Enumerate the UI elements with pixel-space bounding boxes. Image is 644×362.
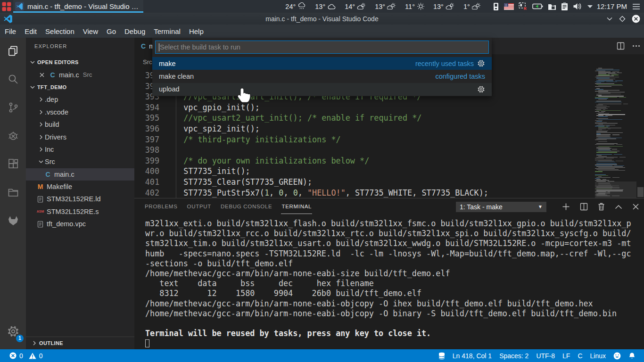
status-linux[interactable]: Linux (586, 352, 610, 360)
status-smiley[interactable] (610, 352, 625, 360)
tray-icon[interactable] (573, 2, 582, 10)
quickpick-item-label: make clean (159, 73, 194, 80)
quickpick-item-upload[interactable]: upload (152, 83, 492, 96)
quickpick-group-link[interactable]: recently used tasks (415, 60, 474, 67)
section-header-open-editors[interactable]: OPEN EDITORS (26, 56, 134, 68)
tree-folder--vscode[interactable]: .vscode (26, 106, 134, 118)
panel-tab[interactable]: TERMINAL (281, 204, 312, 210)
status-spaces-2[interactable]: Spaces: 2 (495, 352, 532, 360)
line-number: 397 (134, 134, 159, 145)
settings-gear-icon[interactable]: 1 (0, 322, 26, 341)
status-bell[interactable] (625, 352, 639, 360)
outline-section-header[interactable]: OUTLINE (26, 337, 134, 349)
tree-folder-drivers[interactable]: Drivers (26, 131, 134, 143)
weather-widget[interactable]: 24° 13° 14° 13° (277, 2, 481, 10)
status-database[interactable] (435, 352, 449, 360)
breadcrumb-src[interactable]: Src (143, 58, 152, 66)
panel-tab[interactable]: PROBLEMS (145, 204, 178, 210)
status-c[interactable]: C (574, 352, 586, 360)
app-launcher-button[interactable] (0, 0, 13, 13)
menu-item[interactable]: Terminal (149, 27, 185, 35)
tree-folder-inc[interactable]: Inc (26, 143, 134, 156)
tray-icon[interactable] (561, 2, 568, 11)
tree-file-stm32l152re-ld[interactable]: STM32L152RE.ld (26, 193, 134, 205)
configure-task-gear-icon[interactable] (477, 85, 485, 93)
split-editor-icon[interactable] (617, 42, 625, 50)
editor-scrollbar-thumb[interactable] (637, 187, 644, 197)
code-line-398: 398 (134, 145, 644, 156)
activitybar-project-manager-icon[interactable] (0, 181, 26, 204)
minimize-button[interactable] (606, 16, 613, 21)
terminal-output[interactable]: m32l1xx_exti.o build/stm32l1xx_flash.o b… (145, 219, 640, 350)
tray-icon[interactable] (587, 5, 593, 8)
chevron-right-icon (37, 108, 45, 116)
close-icon[interactable] (38, 71, 46, 79)
panel-menu-button[interactable] (632, 3, 640, 10)
quickpick-item-make-clean[interactable]: make cleanconfigured tasks (152, 70, 492, 82)
tree-file-tft-demo-vpc[interactable]: tft_demo.vpc (26, 218, 134, 230)
quickpick-item-make[interactable]: makerecently used tasks (152, 57, 492, 70)
line-number: 395 (134, 113, 159, 123)
menu-item[interactable]: Selection (41, 27, 79, 35)
panel-tab[interactable]: DEBUG CONSOLE (221, 204, 272, 210)
more-actions-icon[interactable] (632, 45, 640, 47)
quickpick-item-label: make (159, 60, 175, 67)
activitybar-extensions-icon[interactable] (0, 153, 26, 175)
code-line-396: 396 vpc_spi2_init(); (134, 123, 644, 134)
taskbar-clock[interactable]: 12:17 PM (597, 2, 627, 10)
menu-item[interactable]: Edit (20, 27, 41, 35)
tray-icon[interactable] (493, 2, 499, 11)
configure-task-gear-icon[interactable] (477, 59, 485, 67)
minimap-slider[interactable] (595, 181, 636, 198)
weather-icon (357, 2, 366, 10)
tree-file-stm32l152re-s[interactable]: ASMSTM32L152RE.s (26, 206, 134, 218)
activitybar-gitlab-icon[interactable] (0, 209, 26, 232)
tray-icon[interactable] (504, 3, 514, 10)
menu-item[interactable]: Help (185, 27, 208, 35)
activitybar-debug-icon[interactable] (0, 124, 26, 147)
quickpick-input[interactable]: Select the build task to run (155, 41, 489, 54)
new-terminal-icon[interactable] (562, 203, 570, 211)
menu-item[interactable]: File (0, 27, 20, 35)
status-utf-8[interactable]: UTF-8 (532, 352, 559, 360)
activitybar-search-icon[interactable] (0, 68, 26, 90)
close-panel-icon[interactable] (632, 203, 639, 210)
status-lf[interactable]: LF (559, 352, 574, 360)
taskbar-window-button[interactable]: main.c - tft_demo - Visual Studio … (13, 0, 143, 13)
terminal-select[interactable]: 1: Task - make ▼ (456, 202, 546, 212)
status-0[interactable]: 0 (9, 352, 23, 360)
quickpick-group-link[interactable]: configured tasks (435, 73, 485, 80)
section-header-tft-demo[interactable]: TFT_DEMO (26, 81, 134, 93)
activitybar-source-control-icon[interactable] (0, 96, 26, 119)
status-item-label: Ln 418, Col 1 (453, 352, 492, 360)
tree-folder-src[interactable]: Src (26, 156, 134, 168)
tray-icon[interactable] (532, 3, 543, 9)
close-button[interactable] (632, 15, 640, 23)
maximize-panel-icon[interactable] (615, 205, 622, 209)
kill-terminal-icon[interactable] (598, 203, 605, 211)
window-titlebar: main.c - tft_demo - Visual Studio Code (0, 13, 644, 25)
status-0[interactable]: 0 (29, 352, 43, 360)
status-ln-418-col-1[interactable]: Ln 418, Col 1 (449, 352, 495, 360)
weather-temp: 13° (433, 3, 444, 10)
tree-item-label: STM32L152RE.ld (47, 195, 100, 203)
tree-folder-build[interactable]: build (26, 118, 134, 131)
panel-tab[interactable]: OUTPUT (187, 204, 211, 210)
menu-item[interactable]: Debug (120, 27, 149, 35)
tree-file-main-c[interactable]: Cmain.c (26, 168, 134, 181)
tray-icon[interactable] (519, 2, 528, 10)
warning-triangle-icon (29, 353, 36, 359)
tree-folder--dep[interactable]: .dep (26, 93, 134, 106)
activitybar-explorer-icon[interactable] (0, 40, 26, 62)
minimap[interactable] (595, 66, 636, 198)
tree-file-makefile[interactable]: MMakefile (26, 181, 134, 193)
bottom-panel: PROBLEMS OUTPUT DEBUG CONSOLE TERMINAL 1… (134, 198, 644, 349)
weather-icon (446, 2, 455, 10)
menu-item[interactable]: Go (102, 27, 120, 35)
maximize-button[interactable] (619, 16, 626, 22)
split-terminal-icon[interactable] (580, 203, 588, 211)
menu-item[interactable]: View (79, 27, 102, 35)
terminal-line: /home/methevac/gcc-arm/bin/arm-none-eabi… (145, 299, 640, 309)
open-editor-main-c[interactable]: Cmain.cSrc (26, 68, 134, 81)
tray-icon[interactable] (548, 3, 556, 10)
